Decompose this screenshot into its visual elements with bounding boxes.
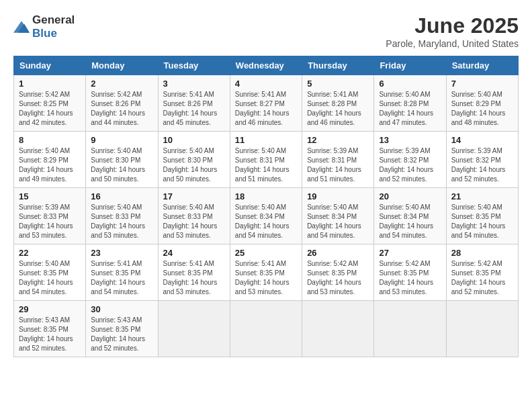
day-info: Sunrise: 5:43 AM Sunset: 8:35 PM Dayligh… [19,316,81,353]
day-info: Sunrise: 5:40 AM Sunset: 8:34 PM Dayligh… [235,203,297,240]
day-number: 25 [235,248,297,258]
calendar-cell: 1 Sunrise: 5:42 AM Sunset: 8:25 PM Dayli… [14,75,86,132]
calendar-cell: 28 Sunrise: 5:42 AM Sunset: 8:35 PM Dayl… [446,244,518,301]
calendar-cell: 19 Sunrise: 5:40 AM Sunset: 8:34 PM Dayl… [302,188,374,244]
calendar-cell: 25 Sunrise: 5:41 AM Sunset: 8:35 PM Dayl… [230,244,302,301]
col-sunday: Sunday [14,56,86,75]
col-thursday: Thursday [302,56,374,75]
day-info: Sunrise: 5:42 AM Sunset: 8:25 PM Dayligh… [19,90,81,128]
calendar-cell: 12 Sunrise: 5:39 AM Sunset: 8:31 PM Dayl… [302,132,374,188]
day-info: Sunrise: 5:40 AM Sunset: 8:34 PM Dayligh… [379,203,441,240]
day-number: 29 [19,304,81,314]
day-info: Sunrise: 5:43 AM Sunset: 8:35 PM Dayligh… [91,316,152,353]
day-number: 26 [307,248,369,258]
logo: General Blue [13,13,75,40]
day-number: 20 [379,191,441,201]
calendar-cell: 26 Sunrise: 5:42 AM Sunset: 8:35 PM Dayl… [302,244,374,301]
calendar-cell: 21 Sunrise: 5:40 AM Sunset: 8:35 PM Dayl… [446,188,518,244]
title-area: June 2025 Parole, Maryland, United State… [386,13,519,49]
day-info: Sunrise: 5:42 AM Sunset: 8:26 PM Dayligh… [91,90,152,128]
calendar-week-row: 1 Sunrise: 5:42 AM Sunset: 8:25 PM Dayli… [14,75,519,132]
calendar-cell: 27 Sunrise: 5:42 AM Sunset: 8:35 PM Dayl… [374,244,446,301]
day-number: 23 [91,248,152,258]
day-info: Sunrise: 5:42 AM Sunset: 8:35 PM Dayligh… [379,259,441,297]
day-info: Sunrise: 5:40 AM Sunset: 8:28 PM Dayligh… [379,90,441,128]
day-info: Sunrise: 5:40 AM Sunset: 8:33 PM Dayligh… [163,203,225,240]
calendar-cell: 4 Sunrise: 5:41 AM Sunset: 8:27 PM Dayli… [230,75,302,132]
day-number: 16 [91,191,152,201]
day-info: Sunrise: 5:40 AM Sunset: 8:34 PM Dayligh… [307,203,369,240]
calendar-cell [230,301,302,357]
day-info: Sunrise: 5:42 AM Sunset: 8:35 PM Dayligh… [307,259,369,297]
col-tuesday: Tuesday [158,56,230,75]
calendar-week-row: 29 Sunrise: 5:43 AM Sunset: 8:35 PM Dayl… [14,301,519,357]
day-number: 11 [235,135,297,145]
logo-text: General Blue [32,13,75,40]
calendar-week-row: 22 Sunrise: 5:40 AM Sunset: 8:35 PM Dayl… [14,244,519,301]
day-info: Sunrise: 5:39 AM Sunset: 8:32 PM Dayligh… [451,146,513,184]
logo-blue: Blue [32,27,57,40]
calendar-cell: 17 Sunrise: 5:40 AM Sunset: 8:33 PM Dayl… [158,188,230,244]
calendar-table: Sunday Monday Tuesday Wednesday Thursday… [13,56,519,357]
day-number: 13 [379,135,441,145]
calendar-cell: 18 Sunrise: 5:40 AM Sunset: 8:34 PM Dayl… [230,188,302,244]
day-info: Sunrise: 5:40 AM Sunset: 8:30 PM Dayligh… [91,146,152,184]
day-number: 30 [91,304,152,314]
calendar-cell: 8 Sunrise: 5:40 AM Sunset: 8:29 PM Dayli… [14,132,86,188]
calendar-cell: 5 Sunrise: 5:41 AM Sunset: 8:28 PM Dayli… [302,75,374,132]
day-info: Sunrise: 5:40 AM Sunset: 8:29 PM Dayligh… [451,90,513,128]
day-info: Sunrise: 5:41 AM Sunset: 8:28 PM Dayligh… [307,90,369,128]
calendar-cell: 11 Sunrise: 5:40 AM Sunset: 8:31 PM Dayl… [230,132,302,188]
month-title: June 2025 [386,13,519,38]
calendar-cell [158,301,230,357]
calendar-cell [374,301,446,357]
col-monday: Monday [86,56,158,75]
day-number: 22 [19,248,81,258]
day-info: Sunrise: 5:40 AM Sunset: 8:35 PM Dayligh… [451,203,513,240]
calendar-cell: 16 Sunrise: 5:40 AM Sunset: 8:33 PM Dayl… [86,188,158,244]
calendar-cell: 14 Sunrise: 5:39 AM Sunset: 8:32 PM Dayl… [446,132,518,188]
day-info: Sunrise: 5:40 AM Sunset: 8:33 PM Dayligh… [91,203,152,240]
day-number: 4 [235,79,297,89]
day-number: 18 [235,191,297,201]
day-number: 10 [163,135,225,145]
day-info: Sunrise: 5:41 AM Sunset: 8:26 PM Dayligh… [163,90,225,128]
logo-icon [13,21,30,33]
calendar-header-row: Sunday Monday Tuesday Wednesday Thursday… [14,56,519,75]
day-info: Sunrise: 5:40 AM Sunset: 8:31 PM Dayligh… [235,146,297,184]
calendar-cell [446,301,518,357]
day-number: 5 [307,79,369,89]
calendar-cell: 7 Sunrise: 5:40 AM Sunset: 8:29 PM Dayli… [446,75,518,132]
calendar-cell: 22 Sunrise: 5:40 AM Sunset: 8:35 PM Dayl… [14,244,86,301]
day-number: 1 [19,79,81,89]
day-number: 3 [163,79,225,89]
day-info: Sunrise: 5:41 AM Sunset: 8:35 PM Dayligh… [91,259,152,297]
day-number: 21 [451,191,513,201]
day-number: 9 [91,135,152,145]
calendar-cell: 30 Sunrise: 5:43 AM Sunset: 8:35 PM Dayl… [86,301,158,357]
calendar-week-row: 8 Sunrise: 5:40 AM Sunset: 8:29 PM Dayli… [14,132,519,188]
calendar-cell [302,301,374,357]
day-number: 19 [307,191,369,201]
day-info: Sunrise: 5:41 AM Sunset: 8:27 PM Dayligh… [235,90,297,128]
calendar-cell: 2 Sunrise: 5:42 AM Sunset: 8:26 PM Dayli… [86,75,158,132]
day-info: Sunrise: 5:39 AM Sunset: 8:32 PM Dayligh… [379,146,441,184]
calendar-cell: 6 Sunrise: 5:40 AM Sunset: 8:28 PM Dayli… [374,75,446,132]
calendar-cell: 23 Sunrise: 5:41 AM Sunset: 8:35 PM Dayl… [86,244,158,301]
col-friday: Friday [374,56,446,75]
day-info: Sunrise: 5:41 AM Sunset: 8:35 PM Dayligh… [235,259,297,297]
day-info: Sunrise: 5:40 AM Sunset: 8:35 PM Dayligh… [19,259,81,297]
day-info: Sunrise: 5:39 AM Sunset: 8:31 PM Dayligh… [307,146,369,184]
day-number: 28 [451,248,513,258]
col-wednesday: Wednesday [230,56,302,75]
day-number: 12 [307,135,369,145]
day-info: Sunrise: 5:41 AM Sunset: 8:35 PM Dayligh… [163,259,225,297]
day-number: 15 [19,191,81,201]
day-number: 8 [19,135,81,145]
day-number: 17 [163,191,225,201]
calendar-cell: 9 Sunrise: 5:40 AM Sunset: 8:30 PM Dayli… [86,132,158,188]
day-info: Sunrise: 5:39 AM Sunset: 8:33 PM Dayligh… [19,203,81,240]
page-header: General Blue June 2025 Parole, Maryland,… [13,13,519,49]
col-saturday: Saturday [446,56,518,75]
calendar-cell: 20 Sunrise: 5:40 AM Sunset: 8:34 PM Dayl… [374,188,446,244]
